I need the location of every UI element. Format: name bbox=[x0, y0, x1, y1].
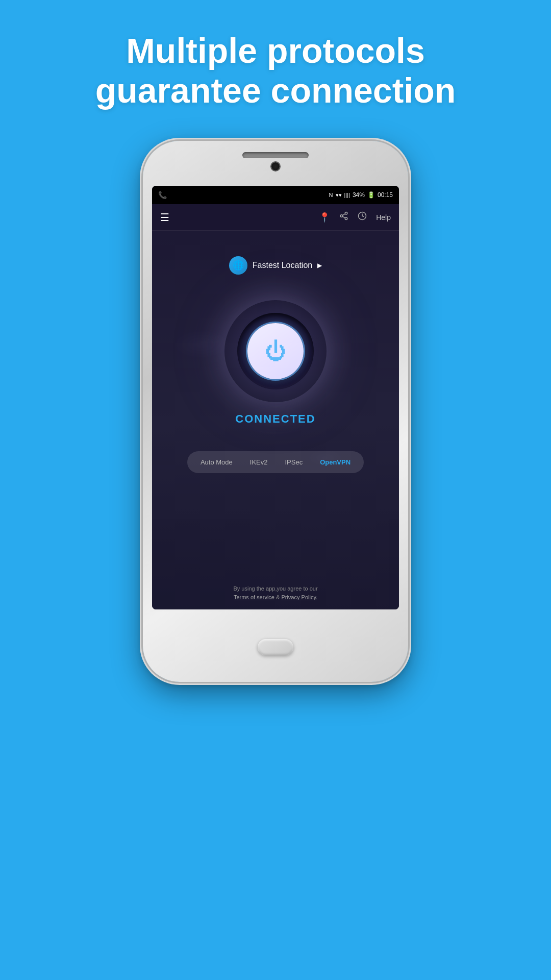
app-bar: ☰ 📍 Help bbox=[152, 204, 399, 231]
screen-content: 🌐 Fastest Location ▶ ⏻ CONNECTED Auto Mo… bbox=[152, 231, 399, 609]
footer-separator: & bbox=[276, 594, 281, 600]
power-area: ⏻ CONNECTED bbox=[224, 300, 327, 426]
headline: Multiple protocols guarantee connection bbox=[65, 31, 487, 110]
app-screen: 📞 N ▾▾ |||| 34% 🔋 00:15 ☰ 📍 bbox=[152, 186, 399, 609]
svg-point-0 bbox=[345, 212, 347, 215]
protocol-ikev2[interactable]: IKEv2 bbox=[243, 455, 275, 469]
battery-icon: 🔋 bbox=[367, 191, 375, 199]
protocol-openvpn[interactable]: OpenVPN bbox=[313, 455, 358, 469]
location-label: Fastest Location bbox=[253, 261, 312, 270]
svg-point-1 bbox=[340, 215, 343, 217]
power-symbol-icon: ⏻ bbox=[265, 340, 286, 362]
clock: 00:15 bbox=[378, 191, 393, 199]
location-bar[interactable]: 🌐 Fastest Location ▶ bbox=[229, 256, 322, 275]
svg-line-4 bbox=[343, 214, 345, 215]
power-ring: ⏻ bbox=[237, 313, 314, 389]
signal-icon: |||| bbox=[344, 192, 350, 198]
protocol-ipsec[interactable]: IPSec bbox=[278, 455, 310, 469]
svg-point-2 bbox=[345, 217, 347, 220]
status-right: N ▾▾ |||| 34% 🔋 00:15 bbox=[329, 191, 393, 199]
speedometer-icon[interactable] bbox=[358, 211, 367, 223]
terms-of-service-link[interactable]: Terms of service bbox=[234, 594, 274, 600]
footer-agreement-text: By using the app,you agree to our Terms … bbox=[233, 584, 317, 601]
share-icon[interactable] bbox=[339, 211, 348, 223]
status-bar: 📞 N ▾▾ |||| 34% 🔋 00:15 bbox=[152, 186, 399, 204]
screen-footer: By using the app,you agree to our Terms … bbox=[225, 576, 325, 609]
battery-percent: 34% bbox=[353, 191, 365, 199]
headline-line2: guarantee connection bbox=[95, 71, 456, 110]
protocol-tabs: Auto Mode IKEv2 IPSec OpenVPN bbox=[187, 451, 364, 473]
power-glow: ⏻ bbox=[224, 300, 327, 402]
connection-status: CONNECTED bbox=[235, 412, 315, 426]
status-left: 📞 bbox=[158, 191, 167, 199]
globe-icon: 🌐 bbox=[229, 256, 247, 275]
protocol-auto-mode[interactable]: Auto Mode bbox=[193, 455, 240, 469]
phone-call-icon: 📞 bbox=[158, 191, 167, 199]
help-button[interactable]: Help bbox=[376, 213, 391, 222]
headline-line1: Multiple protocols bbox=[126, 31, 425, 70]
power-button[interactable]: ⏻ bbox=[247, 323, 304, 379]
location-arrow: ▶ bbox=[317, 262, 322, 269]
privacy-policy-link[interactable]: Privacy Policy. bbox=[281, 594, 317, 600]
phone-mockup: 📞 N ▾▾ |||| 34% 🔋 00:15 ☰ 📍 bbox=[143, 141, 408, 682]
app-bar-actions: 📍 Help bbox=[319, 211, 391, 223]
footer-pre-text: By using the app,you agree to our bbox=[233, 585, 317, 592]
nfc-icon: N bbox=[329, 192, 333, 198]
speaker-grille bbox=[242, 152, 309, 158]
menu-button[interactable]: ☰ bbox=[160, 211, 169, 224]
front-camera bbox=[271, 162, 280, 170]
wifi-icon: ▾▾ bbox=[336, 192, 342, 199]
location-pin-icon[interactable]: 📍 bbox=[319, 212, 330, 223]
svg-line-3 bbox=[343, 217, 345, 218]
home-button[interactable] bbox=[258, 639, 293, 655]
